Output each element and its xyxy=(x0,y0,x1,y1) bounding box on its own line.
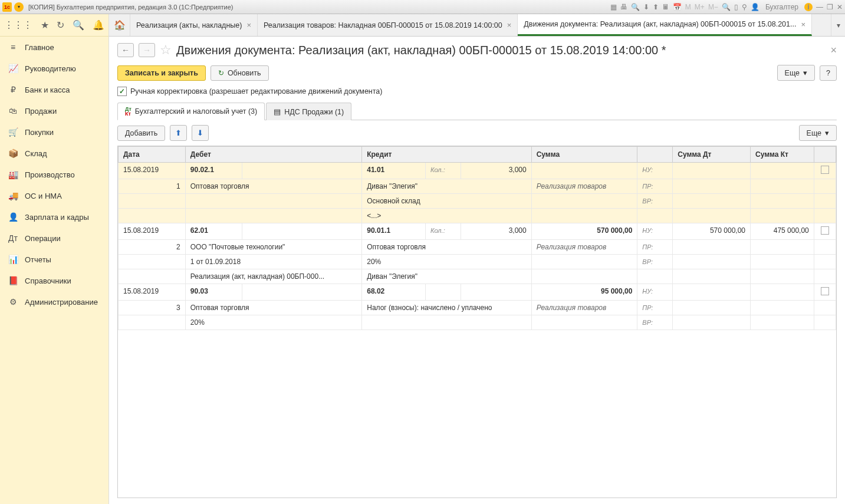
sidebar-item[interactable]: ДтОперации xyxy=(0,228,108,249)
add-button[interactable]: Добавить xyxy=(117,126,165,141)
cell[interactable] xyxy=(531,315,637,330)
cell-sum-note[interactable]: Реализация товаров xyxy=(531,301,637,315)
print-icon[interactable]: 🖶 xyxy=(620,3,627,11)
sidebar-item[interactable]: ⚙Администрирование xyxy=(0,291,108,312)
cell-debit-l2[interactable]: 20% xyxy=(185,315,361,330)
cell-sum-dt[interactable] xyxy=(673,163,751,179)
forward-button[interactable]: → xyxy=(139,43,155,57)
col-sum[interactable]: Сумма xyxy=(531,147,637,163)
cell[interactable] xyxy=(751,255,814,269)
cell[interactable] xyxy=(814,240,836,255)
panel-icon[interactable]: ▯ xyxy=(734,3,738,11)
cell-tax[interactable]: ПР: xyxy=(637,301,673,315)
cell-debit-acc[interactable]: 90.02.1 xyxy=(185,163,242,179)
cell-tax[interactable]: НУ: xyxy=(637,223,673,240)
cell[interactable] xyxy=(673,315,751,330)
history-icon[interactable]: ↻ xyxy=(57,19,64,31)
tab[interactable]: Движения документа: Реализация (акт, нак… xyxy=(518,14,812,36)
cell[interactable] xyxy=(751,179,814,194)
cell-credit-acc[interactable]: 68.02 xyxy=(362,284,426,301)
table-row[interactable]: <...> xyxy=(119,209,836,223)
cell[interactable] xyxy=(242,163,362,179)
cell-debit-l1[interactable]: ООО "Почтовые технологии" xyxy=(185,240,361,255)
cell-credit-l1[interactable]: Диван "Элегия" xyxy=(362,179,531,194)
tb-icon[interactable]: ⬇ xyxy=(643,3,649,11)
cell[interactable] xyxy=(673,179,751,194)
table-more-button[interactable]: Еще ▾ xyxy=(799,125,837,141)
cell-sum[interactable]: 95 000,00 xyxy=(531,284,637,301)
tab-close-icon[interactable]: × xyxy=(507,21,512,29)
cell-sum-dt[interactable] xyxy=(673,284,751,301)
search-icon[interactable]: 🔍 xyxy=(73,19,84,31)
table-row[interactable]: 20% ВР: xyxy=(119,315,836,330)
cell-kol-value[interactable]: 3,000 xyxy=(461,223,531,240)
table-row[interactable]: 15.08.2019 90.03 68.02 95 000,00 НУ: xyxy=(119,284,836,301)
cell-kol-label[interactable] xyxy=(426,284,461,301)
cell[interactable] xyxy=(673,194,751,209)
sidebar-item[interactable]: 👤Зарплата и кадры xyxy=(0,206,108,228)
sidebar-item[interactable]: 📦Склад xyxy=(0,143,108,164)
tab-close-icon[interactable]: × xyxy=(801,20,805,29)
cell-date[interactable]: 15.08.2019 xyxy=(119,284,186,301)
cell[interactable] xyxy=(119,194,186,209)
table-row[interactable]: 1 от 01.09.2018 20% ВР: xyxy=(119,255,836,269)
tb-icon[interactable]: ⚲ xyxy=(742,3,747,11)
star-icon[interactable]: ★ xyxy=(41,19,49,31)
bell-icon[interactable]: 🔔 xyxy=(93,19,104,31)
cell[interactable] xyxy=(119,255,186,269)
sidebar-item[interactable]: 🚚ОС и НМА xyxy=(0,185,108,206)
tb-mplus-icon[interactable]: M+ xyxy=(695,3,705,11)
cell[interactable] xyxy=(242,284,362,301)
cell[interactable] xyxy=(531,194,637,209)
cell[interactable] xyxy=(637,269,673,284)
close-icon[interactable]: ✕ xyxy=(837,3,843,11)
cell-n[interactable]: 1 xyxy=(119,179,186,194)
cell-kol-value[interactable] xyxy=(461,284,531,301)
back-button[interactable]: ← xyxy=(117,43,134,57)
sidebar-item[interactable]: ₽Банк и касса xyxy=(0,79,108,100)
sidebar-item[interactable]: 📕Справочники xyxy=(0,270,108,291)
subtab-accounting[interactable]: ДтКт Бухгалтерский и налоговый учет (3) xyxy=(117,103,265,120)
cell-sum-kt[interactable] xyxy=(751,163,814,179)
cell[interactable] xyxy=(751,315,814,330)
save-close-button[interactable]: Записать и закрыть xyxy=(117,65,206,81)
tab-close-icon[interactable]: × xyxy=(246,21,251,29)
cell-tax[interactable]: ВР: xyxy=(637,194,673,209)
cell-debit-l1[interactable]: Оптовая торговля xyxy=(185,301,361,315)
cell[interactable] xyxy=(814,301,836,315)
sidebar-item[interactable]: 🛍Продажи xyxy=(0,100,108,121)
cell-tax[interactable]: ВР: xyxy=(637,255,673,269)
cell-debit-l3[interactable] xyxy=(185,209,361,223)
tb-icon[interactable]: 🔍 xyxy=(631,3,640,11)
cell-credit-l2[interactable]: Основной склад xyxy=(362,194,531,209)
cell[interactable] xyxy=(531,209,637,223)
cell[interactable] xyxy=(814,269,836,284)
cell[interactable] xyxy=(751,301,814,315)
cell[interactable] xyxy=(814,179,836,194)
cell-sum-note[interactable]: Реализация товаров xyxy=(531,179,637,194)
cell[interactable] xyxy=(814,209,836,223)
cell-sum-note[interactable]: Реализация товаров xyxy=(531,240,637,255)
tb-icon[interactable]: ▦ xyxy=(610,3,617,11)
cell[interactable] xyxy=(673,240,751,255)
col-check[interactable] xyxy=(814,147,836,163)
info-icon[interactable]: i xyxy=(804,3,813,11)
tab[interactable]: Реализация товаров: Накладная 00БП-00001… xyxy=(258,14,518,36)
cell-check[interactable] xyxy=(814,284,836,301)
tb-icon[interactable]: ⬆ xyxy=(653,3,659,11)
cell-tax[interactable]: ПР: xyxy=(637,179,673,194)
calendar-icon[interactable]: 📅 xyxy=(673,3,682,11)
col-sum-dt[interactable]: Сумма Дт xyxy=(673,147,751,163)
accounting-grid[interactable]: Дата Дебет Кредит Сумма Сумма Дт Сумма К… xyxy=(117,146,837,498)
col-debit[interactable]: Дебет xyxy=(185,147,361,163)
cell-debit-l3[interactable]: Реализация (акт, накладная) 00БП-000... xyxy=(185,269,361,284)
cell-tax[interactable]: ВР: xyxy=(637,315,673,330)
favorite-button[interactable]: ☆ xyxy=(160,42,172,58)
apps-icon[interactable]: ⋮⋮⋮ xyxy=(4,19,32,31)
cell-credit-l2[interactable]: 20% xyxy=(362,255,531,269)
cell-credit-l3[interactable]: <...> xyxy=(362,209,531,223)
sidebar-item[interactable]: ≡Главное xyxy=(0,37,108,58)
user-label[interactable]: Бухгалтер xyxy=(765,3,798,11)
tab[interactable]: Реализация (акты, накладные)× xyxy=(130,14,258,36)
cell-kol-label[interactable]: Кол.: xyxy=(426,163,461,179)
